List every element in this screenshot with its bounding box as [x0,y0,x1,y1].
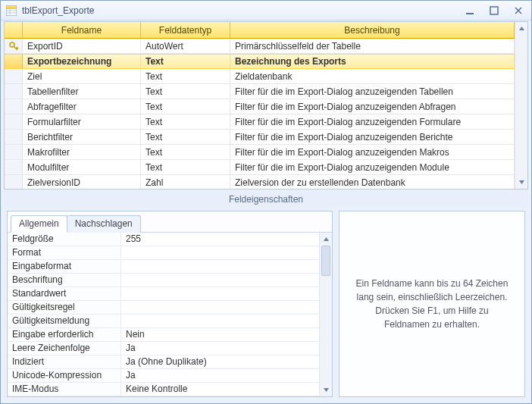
vertical-scrollbar[interactable] [515,22,527,189]
scroll-down-icon[interactable] [320,384,332,396]
property-name: Gültigkeitsmeldung [8,315,121,327]
property-row[interactable]: Format [8,246,319,260]
cell-fieldname[interactable]: ExportID [23,39,141,53]
tab-general[interactable]: Allgemein [11,215,67,233]
col-fieldname[interactable]: Feldname [23,22,141,38]
cell-fieldname[interactable]: Modulfilter [23,160,141,174]
close-button[interactable] [510,5,527,17]
scroll-down-icon[interactable] [515,176,527,189]
property-value[interactable] [121,287,319,300]
cell-datatype[interactable]: Text [141,145,230,159]
cell-description[interactable]: Filter für die im Export-Dialog anzuzeig… [230,84,515,99]
col-description[interactable]: Beschreibung [230,22,515,38]
table-row[interactable]: ZielversionIDZahlZielversion der zu erst… [5,175,515,189]
property-value[interactable]: 255 [121,233,319,246]
cell-fieldname[interactable]: Tabellenfilter [23,84,141,99]
titlebar[interactable]: tblExport_Exporte [1,1,531,20]
svg-rect-6 [490,7,498,14]
table-row[interactable]: ExportbezeichnungTextBezeichnung des Exp… [5,54,515,69]
grid-rows: ExportIDAutoWertPrimärschlüsselfeld der … [5,39,515,189]
cell-description[interactable]: Filter für die im Export-Dialog anzuzeig… [230,130,515,144]
table-row[interactable]: ExportIDAutoWertPrimärschlüsselfeld der … [5,39,515,54]
property-row[interactable]: Unicode-KompressionJa [8,369,319,383]
property-row[interactable]: IME-ModusKeine Kontrolle [8,383,319,396]
cell-description[interactable]: Zielversion der zu erstellenden Datenban… [230,175,515,189]
scroll-up-icon[interactable] [320,233,332,246]
row-selector[interactable] [5,114,23,129]
property-value[interactable] [121,246,319,259]
table-row[interactable]: FormularfilterTextFilter für die im Expo… [5,114,515,130]
cell-description[interactable]: Filter für die im Export-Dialog anzuzeig… [230,114,515,129]
tab-lookup[interactable]: Nachschlagen [67,215,141,233]
cell-datatype[interactable]: Text [141,130,230,144]
property-value[interactable]: Ja [121,342,319,355]
property-row[interactable]: Feldgröße255 [8,233,319,246]
cell-datatype[interactable]: Text [141,99,230,114]
cell-datatype[interactable]: Zahl [141,175,230,189]
property-value[interactable]: Ja [121,369,319,382]
cell-fieldname[interactable]: Exportbezeichnung [23,55,141,68]
cell-datatype[interactable]: Text [141,84,230,99]
property-row[interactable]: Eingabe erforderlichNein [8,328,319,342]
cell-description[interactable]: Filter für die im Export-Dialog anzuzeig… [230,160,515,174]
cell-description[interactable]: Bezeichnung des Exports [230,55,515,68]
cell-datatype[interactable]: Text [141,55,230,68]
row-selector[interactable] [5,160,23,174]
cell-datatype[interactable]: AutoWert [141,39,230,53]
table-row[interactable]: BerichtfilterTextFilter für die im Expor… [5,130,515,145]
svg-rect-1 [6,5,17,8]
property-row[interactable]: Gültigkeitsregel [8,301,319,315]
table-row[interactable]: MakrofilterTextFilter für die im Export-… [5,145,515,160]
cell-description[interactable]: Zieldatenbank [230,69,515,83]
cell-description[interactable]: Filter für die im Export-Dialog anzuzeig… [230,145,515,159]
row-selector-header[interactable] [5,22,23,38]
table-row[interactable]: ModulfilterTextFilter für die im Export-… [5,160,515,175]
cell-description[interactable]: Primärschlüsselfeld der Tabelle [230,39,515,53]
property-value[interactable] [121,274,319,287]
cell-fieldname[interactable]: Ziel [23,69,141,83]
cell-fieldname[interactable]: ZielversionID [23,175,141,189]
cell-datatype[interactable]: Text [141,69,230,83]
property-value[interactable] [121,315,319,327]
scroll-track[interactable] [320,276,332,384]
property-row[interactable]: IndiziertJa (Ohne Duplikate) [8,355,319,369]
row-selector[interactable] [5,84,23,99]
cell-fieldname[interactable]: Berichtfilter [23,130,141,144]
maximize-button[interactable] [486,5,502,17]
cell-fieldname[interactable]: Makrofilter [23,145,141,159]
property-row[interactable]: Gültigkeitsmeldung [8,315,319,328]
property-name: Leere Zeichenfolge [8,342,121,355]
cell-fieldname[interactable]: Formularfilter [23,114,141,129]
property-value[interactable] [121,260,319,273]
row-selector[interactable] [5,69,23,83]
property-name: Feldgröße [8,233,121,246]
property-value[interactable]: Nein [121,328,319,341]
minimize-button[interactable] [462,5,478,17]
table-row[interactable]: TabellenfilterTextFilter für die im Expo… [5,84,515,99]
table-row[interactable]: ZielTextZieldatenbank [5,69,515,84]
properties-scrollbar[interactable] [319,233,332,396]
cell-datatype[interactable]: Text [141,114,230,129]
property-row[interactable]: Eingabeformat [8,260,319,274]
property-value[interactable]: Ja (Ohne Duplikate) [121,355,319,368]
scroll-thumb[interactable] [321,246,330,276]
help-text: Ein Feldname kann bis zu 64 Zeichen lang… [355,277,509,331]
cell-fieldname[interactable]: Abfragefilter [23,99,141,114]
row-selector[interactable] [5,175,23,189]
cell-description[interactable]: Filter für die im Export-Dialog anzuzeig… [230,99,515,114]
property-row[interactable]: Leere ZeichenfolgeJa [8,342,319,355]
row-selector[interactable] [5,145,23,159]
property-value[interactable] [121,301,319,314]
table-row[interactable]: AbfragefilterTextFilter für die im Expor… [5,99,515,114]
cell-datatype[interactable]: Text [141,160,230,174]
property-value[interactable]: Keine Kontrolle [121,383,319,396]
row-selector[interactable] [5,55,23,68]
row-selector[interactable] [5,39,23,53]
property-row[interactable]: Beschriftung [8,274,319,287]
row-selector[interactable] [5,130,23,144]
property-name: Gültigkeitsregel [8,301,121,314]
property-row[interactable]: Standardwert [8,287,319,301]
col-datatype[interactable]: Felddatentyp [141,22,230,38]
row-selector[interactable] [5,99,23,114]
scroll-up-icon[interactable] [515,22,527,35]
